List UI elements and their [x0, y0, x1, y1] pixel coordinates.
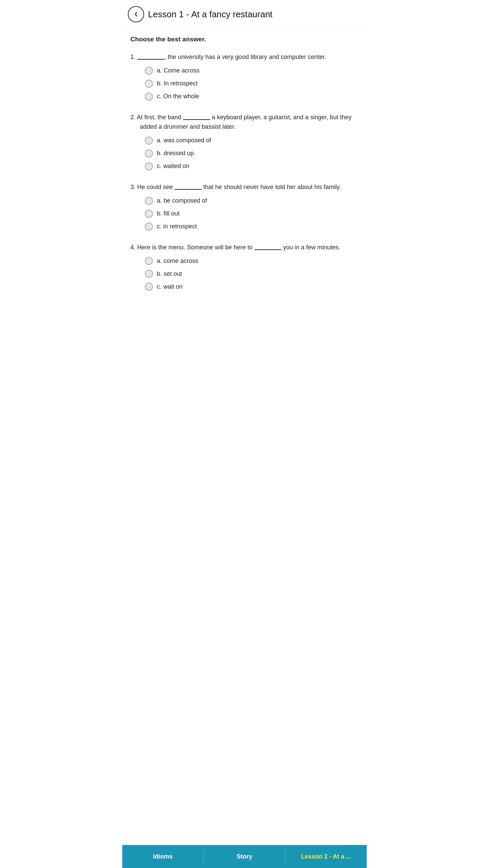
question-2-text: 2. At first, the band a keyboard player,… [131, 113, 359, 132]
question-4-options: a. come across b. set out c. wait on [131, 257, 359, 291]
radio-q1-a[interactable] [145, 67, 153, 75]
question-1-option-b[interactable]: b. In retrospect [145, 80, 359, 88]
radio-q1-c[interactable] [145, 92, 153, 101]
question-4-option-c-label: c. wait on [157, 283, 183, 290]
question-4-blank [254, 249, 281, 250]
instruction-text: Choose the best answer. [131, 36, 359, 43]
radio-q1-b[interactable] [145, 80, 153, 88]
question-2-option-b[interactable]: b. dressed up [145, 149, 359, 158]
radio-q4-c[interactable] [145, 283, 153, 291]
question-2-option-a-label: a. was composed of [157, 137, 211, 144]
question-2-option-c[interactable]: c. waited on [145, 162, 359, 170]
radio-q2-c[interactable] [145, 162, 153, 170]
question-2: 2. At first, the band a keyboard player,… [131, 113, 359, 170]
question-4-option-a[interactable]: a. come across [145, 257, 359, 265]
question-2-option-c-label: c. waited on [157, 163, 190, 170]
question-1-option-b-label: b. In retrospect [157, 80, 198, 87]
question-3-option-a[interactable]: a. be composed of [145, 197, 359, 205]
main-content: Choose the best answer. 1. , the univers… [122, 26, 367, 344]
question-4-option-a-label: a. come across [157, 257, 198, 265]
question-3-option-c[interactable]: c. in retrospect [145, 223, 359, 231]
back-button[interactable] [128, 6, 144, 22]
question-4-option-b[interactable]: b. set out [145, 270, 359, 278]
question-1-options: a. Come across b. In retrospect c. On th… [131, 67, 359, 101]
question-1-blank [137, 59, 164, 60]
radio-q4-a[interactable] [145, 257, 153, 265]
question-2-blank [183, 119, 210, 120]
question-2-option-a[interactable]: a. was composed of [145, 137, 359, 145]
question-1-after: , the university has a very good library… [164, 54, 326, 60]
question-4: 4. Here is the menu. Someone will be her… [131, 243, 359, 291]
radio-q3-c[interactable] [145, 223, 153, 231]
question-1-option-a-label: a. Come across [157, 67, 200, 74]
question-2-options: a. was composed of b. dressed up c. wait… [131, 137, 359, 170]
question-1-option-a[interactable]: a. Come across [145, 67, 359, 75]
radio-q3-a[interactable] [145, 197, 153, 205]
question-3-option-b[interactable]: b. fill out [145, 210, 359, 218]
header: Lesson 1 - At a fancy restaurant [122, 0, 367, 26]
question-2-number: 2. At first, the band [131, 114, 183, 121]
question-4-text: 4. Here is the menu. Someone will be her… [131, 243, 359, 252]
question-3: 3. He could see that he should never hav… [131, 183, 359, 231]
question-3-option-b-label: b. fill out [157, 210, 180, 217]
radio-q3-b[interactable] [145, 210, 153, 218]
question-3-option-a-label: a. be composed of [157, 197, 207, 204]
page-title: Lesson 1 - At a fancy restaurant [148, 9, 273, 20]
question-4-option-c[interactable]: c. wait on [145, 283, 359, 291]
radio-q4-b[interactable] [145, 270, 153, 278]
question-4-number: 4. Here is the menu. Someone will be her… [131, 244, 254, 251]
question-1-option-c[interactable]: c. On the whole [145, 92, 359, 101]
radio-q2-b[interactable] [145, 149, 153, 158]
question-3-blank [175, 189, 202, 190]
question-1-option-c-label: c. On the whole [157, 93, 199, 100]
question-4-after: you in a few minutes. [281, 244, 340, 251]
question-3-number: 3. He could see [131, 184, 175, 190]
question-3-text: 3. He could see that he should never hav… [131, 183, 359, 192]
question-3-after: that he should never have told her about… [202, 184, 341, 190]
question-2-option-b-label: b. dressed up [157, 150, 194, 157]
question-3-options: a. be composed of b. fill out c. in retr… [131, 197, 359, 231]
question-1-text: 1. , the university has a very good libr… [131, 53, 359, 62]
radio-q2-a[interactable] [145, 137, 153, 145]
question-1-number: 1. [131, 54, 137, 60]
question-1: 1. , the university has a very good libr… [131, 53, 359, 101]
question-3-option-c-label: c. in retrospect [157, 223, 197, 230]
question-4-option-b-label: b. set out [157, 270, 182, 277]
